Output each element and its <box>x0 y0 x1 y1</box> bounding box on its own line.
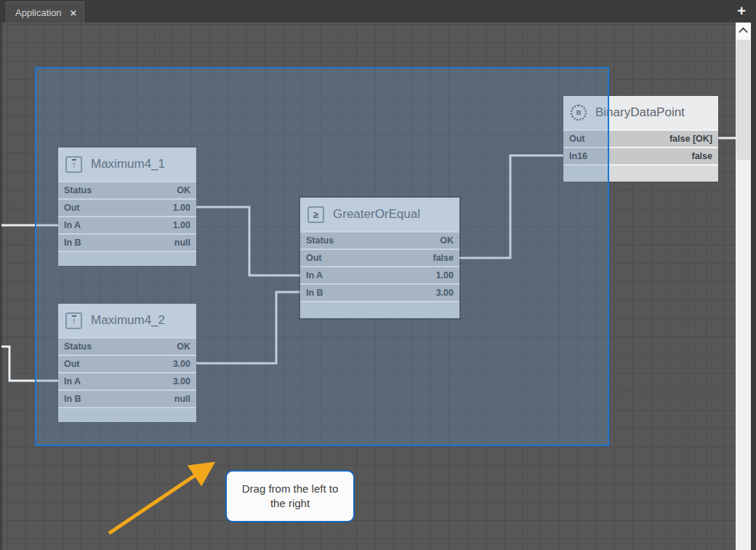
pin-value: 3.00 <box>173 359 190 369</box>
block-footer <box>563 166 718 182</box>
close-icon[interactable]: × <box>71 7 77 18</box>
pin-value: null <box>174 394 190 404</box>
pin-label: In A <box>306 270 323 280</box>
wire[interactable] <box>196 292 300 363</box>
block-footer <box>58 408 196 422</box>
block-title: BinaryDataPoint <box>595 105 685 120</box>
pin-row-in-a[interactable]: In A 1.00 <box>300 267 459 285</box>
tab-label: Application <box>15 7 62 18</box>
block-maximum4-1[interactable]: ↑ Maximum4_1 Status OK Out 1.00 In A 1.0… <box>58 147 196 266</box>
pin-row-in-b[interactable]: In B null <box>58 391 196 408</box>
pin-value: null <box>174 238 190 248</box>
pin-label: In B <box>64 394 81 404</box>
pin-value: 1.00 <box>436 270 454 280</box>
pin-label: Out <box>569 134 585 144</box>
pin-label: In16 <box>569 151 587 161</box>
block-title: Maximum4_1 <box>91 157 165 171</box>
block-header[interactable]: ↑ Maximum4_1 <box>58 147 196 182</box>
tab-application[interactable]: Application × <box>6 1 84 23</box>
pin-label: Out <box>64 359 80 369</box>
scroll-up-button[interactable] <box>736 23 751 39</box>
pin-label: In B <box>306 288 323 298</box>
wire[interactable] <box>459 155 563 258</box>
block-footer <box>300 302 459 318</box>
pin-row-out[interactable]: Out 3.00 <box>58 356 196 373</box>
pin-row-in-a[interactable]: In A 1.00 <box>58 217 196 235</box>
pin-row-out[interactable]: Out false <box>300 250 459 267</box>
tab-bar: Application × + <box>0 0 756 23</box>
pin-value: 3.00 <box>173 376 190 387</box>
maximum-icon: ↑ <box>65 312 82 329</box>
pin-label: In B <box>64 238 81 248</box>
pin-value: 1.00 <box>173 220 190 230</box>
pin-row-status[interactable]: Status OK <box>300 232 459 250</box>
pin-value: OK <box>440 235 454 246</box>
pin-label: In A <box>64 376 81 387</box>
pin-row-out[interactable]: Out false [OK] <box>563 131 718 148</box>
block-title: Maximum4_2 <box>91 313 165 328</box>
binary-data-point-icon: B <box>571 105 587 121</box>
block-header[interactable]: ≥ GreaterOrEqual <box>300 198 459 232</box>
block-maximum4-2[interactable]: ↑ Maximum4_2 Status OK Out 3.00 In A 3.0… <box>58 304 196 422</box>
wiresheet-canvas[interactable]: ↑ Maximum4_1 Status OK Out 1.00 In A 1.0… <box>0 23 736 550</box>
pin-value: false [OK] <box>669 134 712 144</box>
scrollbar-thumb[interactable] <box>736 40 750 160</box>
pin-label: Status <box>306 235 334 246</box>
pin-value: OK <box>177 341 190 352</box>
pin-label: Out <box>64 203 80 213</box>
block-title: GreaterOrEqual <box>333 207 420 222</box>
pin-value: OK <box>177 185 190 195</box>
pin-row-out[interactable]: Out 1.00 <box>58 200 196 217</box>
wire[interactable] <box>196 207 300 275</box>
chevron-up-icon <box>739 28 748 37</box>
maximum-icon: ↑ <box>65 156 82 173</box>
block-header[interactable]: ↑ Maximum4_2 <box>58 304 196 339</box>
greater-or-equal-icon: ≥ <box>307 206 324 223</box>
block-footer <box>58 252 196 266</box>
pin-row-in16[interactable]: In16 false <box>563 148 718 166</box>
add-tab-button[interactable]: + <box>733 2 749 20</box>
pin-value: false <box>433 253 454 263</box>
pin-label: Status <box>64 341 92 352</box>
pin-value: 3.00 <box>436 288 454 298</box>
block-greater-or-equal[interactable]: ≥ GreaterOrEqual Status OK Out false In … <box>300 198 459 318</box>
pin-label: In A <box>64 220 81 230</box>
pin-row-status[interactable]: Status OK <box>58 182 196 200</box>
pin-row-in-a[interactable]: In A 3.00 <box>58 373 196 391</box>
tutorial-tooltip: Drag from the left to the right <box>225 470 355 522</box>
vertical-scrollbar[interactable] <box>736 23 751 550</box>
pin-row-status[interactable]: Status OK <box>58 339 196 356</box>
block-binary-data-point[interactable]: B BinaryDataPoint Out false [OK] In16 fa… <box>563 96 718 182</box>
block-header[interactable]: B BinaryDataPoint <box>563 96 718 131</box>
pin-value: 1.00 <box>173 203 190 213</box>
pin-row-in-b[interactable]: In B 3.00 <box>300 285 459 302</box>
pin-label: Out <box>306 253 322 263</box>
wire[interactable] <box>1 347 58 381</box>
pin-label: Status <box>64 185 92 195</box>
pin-row-in-b[interactable]: In B null <box>58 235 196 252</box>
pin-value: false <box>692 151 713 161</box>
